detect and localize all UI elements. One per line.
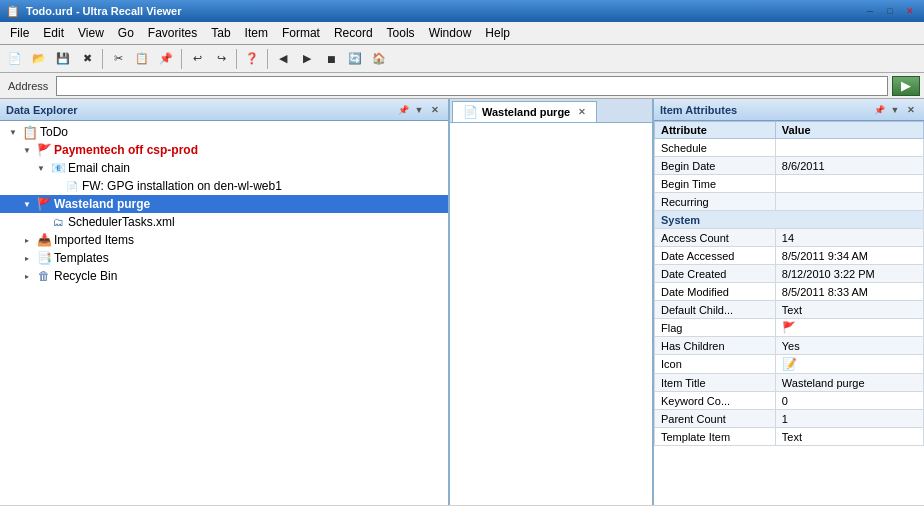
tree-item-todo[interactable]: ▼ 📋 ToDo: [0, 123, 448, 141]
stop-button[interactable]: ⏹: [320, 48, 342, 70]
copy-button[interactable]: 📋: [131, 48, 153, 70]
menu-tools[interactable]: Tools: [381, 24, 421, 42]
menu-window[interactable]: Window: [423, 24, 478, 42]
refresh-button[interactable]: 🔄: [344, 48, 366, 70]
expand-fwgpg[interactable]: ▸: [48, 179, 62, 193]
tree-item-emailchain[interactable]: ▼ 📧 Email chain: [0, 159, 448, 177]
title-bar: 📋 Todo.urd - Ultra Recall Viewer ─ □ ✕: [0, 0, 924, 22]
tree-label-recycle: Recycle Bin: [54, 269, 117, 283]
tree-item-imported[interactable]: ▸ 📥 Imported Items: [0, 231, 448, 249]
expand-paymentech[interactable]: ▼: [20, 143, 34, 157]
attr-value-cell: 📝: [775, 355, 923, 374]
recycle-icon: 🗑: [36, 268, 52, 284]
tree-item-templates[interactable]: ▸ 📑 Templates: [0, 249, 448, 267]
attr-row: System: [655, 211, 924, 229]
expand-schedulertasks[interactable]: ▸: [34, 215, 48, 229]
menu-format[interactable]: Format: [276, 24, 326, 42]
todo-icon: 📋: [22, 124, 38, 140]
attr-panel-title: Item Attributes: [660, 104, 737, 116]
menu-item[interactable]: Item: [239, 24, 274, 42]
address-input[interactable]: [56, 76, 888, 96]
forward-button[interactable]: ▶: [296, 48, 318, 70]
data-explorer: Data Explorer 📌 ▼ ✕ ▼ 📋 ToDo ▼ 🚩 Payment…: [0, 99, 450, 505]
minimize-button[interactable]: ─: [862, 3, 878, 19]
expand-templates[interactable]: ▸: [20, 251, 34, 265]
open-button[interactable]: 📂: [28, 48, 50, 70]
attr-row: Flag🚩: [655, 319, 924, 337]
back-button[interactable]: ◀: [272, 48, 294, 70]
attr-name-cell: Date Created: [655, 265, 776, 283]
save-button[interactable]: 💾: [52, 48, 74, 70]
attr-table: Attribute Value ScheduleBegin Date8/6/20…: [654, 121, 924, 505]
attr-float-button[interactable]: ▼: [888, 103, 902, 117]
attr-value-cell: 8/5/2011 8:33 AM: [775, 283, 923, 301]
tab-close-wasteland[interactable]: ✕: [578, 107, 586, 117]
address-label: Address: [4, 80, 52, 92]
attr-row: Icon📝: [655, 355, 924, 374]
emailchain-icon: 📧: [50, 160, 66, 176]
attr-name-cell: Schedule: [655, 139, 776, 157]
attr-name-cell: Recurring: [655, 193, 776, 211]
menu-record[interactable]: Record: [328, 24, 379, 42]
attr-row: Recurring: [655, 193, 924, 211]
tree-item-wasteland[interactable]: ▼ 🚩 Wasteland purge: [0, 195, 448, 213]
menu-favorites[interactable]: Favorites: [142, 24, 203, 42]
expand-todo[interactable]: ▼: [6, 125, 20, 139]
attr-name-cell: Template Item: [655, 428, 776, 446]
data-explorer-header: Data Explorer 📌 ▼ ✕: [0, 99, 448, 121]
expand-recycle[interactable]: ▸: [20, 269, 34, 283]
float-button[interactable]: ▼: [412, 103, 426, 117]
paste-button[interactable]: 📌: [155, 48, 177, 70]
attr-row: Date Created8/12/2010 3:22 PM: [655, 265, 924, 283]
pin-button[interactable]: 📌: [396, 103, 410, 117]
menu-go[interactable]: Go: [112, 24, 140, 42]
tree-content: ▼ 📋 ToDo ▼ 🚩 Paymentech off csp-prod ▼ 📧…: [0, 121, 448, 505]
cut-button[interactable]: ✂: [107, 48, 129, 70]
redo-button[interactable]: ↪: [210, 48, 232, 70]
home-button[interactable]: 🏠: [368, 48, 390, 70]
attr-row: Schedule: [655, 139, 924, 157]
attr-row: Date Modified8/5/2011 8:33 AM: [655, 283, 924, 301]
help-button[interactable]: ❓: [241, 48, 263, 70]
attr-row: Access Count14: [655, 229, 924, 247]
close-file-button[interactable]: ✖: [76, 48, 98, 70]
menu-view[interactable]: View: [72, 24, 110, 42]
tree-label-imported: Imported Items: [54, 233, 134, 247]
tree-item-paymentech[interactable]: ▼ 🚩 Paymentech off csp-prod: [0, 141, 448, 159]
attr-value-cell: [775, 139, 923, 157]
maximize-button[interactable]: □: [882, 3, 898, 19]
tab-bar: 📄 Wasteland purge ✕: [450, 99, 652, 123]
attr-value-cell: 8/5/2011 9:34 AM: [775, 247, 923, 265]
main-area: Data Explorer 📌 ▼ ✕ ▼ 📋 ToDo ▼ 🚩 Payment…: [0, 99, 924, 505]
tree-item-schedulertasks[interactable]: ▸ 🗂 SchedulerTasks.xml: [0, 213, 448, 231]
menu-file[interactable]: File: [4, 24, 35, 42]
expand-wasteland[interactable]: ▼: [20, 197, 34, 211]
expand-emailchain[interactable]: ▼: [34, 161, 48, 175]
tree-item-recycle[interactable]: ▸ 🗑 Recycle Bin: [0, 267, 448, 285]
expand-imported[interactable]: ▸: [20, 233, 34, 247]
menu-tab[interactable]: Tab: [205, 24, 236, 42]
tree-label-templates: Templates: [54, 251, 109, 265]
menu-help[interactable]: Help: [479, 24, 516, 42]
fwgpg-icon: 📄: [64, 178, 80, 194]
section-label: System: [655, 211, 924, 229]
app-icon: 📋: [6, 5, 20, 18]
toolbar-sep-4: [267, 49, 268, 69]
tab-wasteland[interactable]: 📄 Wasteland purge ✕: [452, 101, 597, 122]
close-panel-button[interactable]: ✕: [428, 103, 442, 117]
new-button[interactable]: 📄: [4, 48, 26, 70]
imported-icon: 📥: [36, 232, 52, 248]
address-go-button[interactable]: ▶: [892, 76, 920, 96]
templates-icon: 📑: [36, 250, 52, 266]
attr-name-cell: Item Title: [655, 374, 776, 392]
address-bar: Address ▶: [0, 73, 924, 99]
close-button[interactable]: ✕: [902, 3, 918, 19]
attr-row: Begin Time: [655, 175, 924, 193]
undo-button[interactable]: ↩: [186, 48, 208, 70]
tab-label-wasteland: Wasteland purge: [482, 106, 570, 118]
attr-close-button[interactable]: ✕: [904, 103, 918, 117]
tree-item-fwgpg[interactable]: ▸ 📄 FW: GPG installation on den-wl-web1: [0, 177, 448, 195]
menu-edit[interactable]: Edit: [37, 24, 70, 42]
attr-value-cell: Text: [775, 301, 923, 319]
attr-pin-button[interactable]: 📌: [872, 103, 886, 117]
